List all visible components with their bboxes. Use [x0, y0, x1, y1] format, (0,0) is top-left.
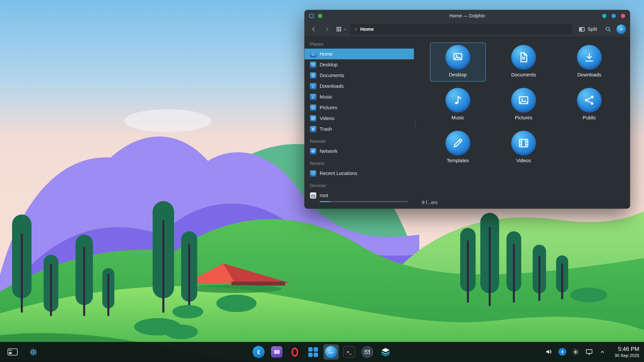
monitor-icon	[585, 348, 593, 356]
taskbar-expand-tray[interactable]	[597, 346, 607, 358]
kde-icon	[253, 346, 265, 358]
share-icon	[583, 94, 596, 107]
sidebar-item-trash[interactable]: Trash	[305, 124, 414, 134]
documents-icon	[517, 51, 530, 64]
folder-downloads[interactable]: Downloads	[561, 43, 617, 81]
breadcrumb[interactable]: Home	[351, 24, 572, 35]
music-icon	[311, 95, 315, 99]
split-view-icon	[578, 26, 585, 33]
videos-icon	[517, 137, 530, 149]
sidebar-section-places: Places	[305, 39, 414, 49]
taskbar-dolphin[interactable]	[323, 344, 339, 360]
sidebar-item-root[interactable]: root	[305, 190, 414, 201]
split-label: Split	[588, 26, 597, 32]
taskbar-system-settings[interactable]	[25, 344, 41, 360]
sidebar-item-network[interactable]: Network	[305, 146, 414, 157]
folder-public[interactable]: Public	[561, 85, 617, 124]
home-icon	[311, 52, 315, 56]
icons-view-icon	[335, 26, 342, 33]
folder-label: Public	[583, 115, 596, 120]
panel-splitter[interactable]	[414, 37, 417, 208]
sidebar-item-label: Desktop	[320, 62, 337, 67]
sidebar-item-recent-locations[interactable]: Recent Locations	[305, 168, 414, 179]
sidebar-item-pictures[interactable]: Pictures	[305, 102, 414, 113]
taskbar-app-grid[interactable]	[305, 344, 321, 360]
forward-button[interactable]	[322, 24, 332, 34]
window-minimize-button[interactable]	[602, 14, 606, 18]
folder-pictures[interactable]: Pictures	[496, 85, 551, 124]
taskbar-kmail[interactable]	[360, 344, 375, 360]
taskbar-brightness[interactable]	[571, 346, 581, 358]
folder-documents[interactable]: Documents	[496, 43, 551, 81]
music-icon	[451, 94, 464, 107]
status-text: 8 f...ers	[422, 200, 438, 205]
network-icon	[311, 149, 315, 154]
sidebar-item-home[interactable]: Home	[305, 49, 414, 59]
sidebar-section-remote: Remote	[305, 136, 414, 146]
folder-label: Documents	[511, 72, 536, 77]
window-restore-button[interactable]	[611, 14, 616, 18]
folder-desktop[interactable]: Desktop	[430, 43, 486, 81]
taskbar-bluetooth[interactable]	[557, 346, 567, 358]
sidebar-section-recent: Recent	[305, 159, 414, 168]
taskbar-purple-app[interactable]	[269, 344, 284, 360]
clock-time: 5:46 PM	[614, 346, 639, 353]
back-arrow-icon	[310, 26, 317, 33]
music-icon	[445, 88, 470, 113]
taskbar-display[interactable]	[584, 346, 594, 358]
forward-arrow-icon	[324, 26, 330, 33]
search-button[interactable]	[603, 24, 613, 34]
documents-icon	[310, 72, 316, 79]
network-icon	[310, 148, 316, 155]
hamburger-menu-icon	[619, 26, 624, 32]
titlebar[interactable]: Home — Dolphin	[305, 10, 630, 21]
folder-view: DesktopDocumentsDownloadsMusicPicturesPu…	[417, 37, 630, 208]
breadcrumb-home[interactable]: Home	[360, 26, 374, 32]
caret-up-icon	[599, 349, 605, 355]
sidebar-item-label: Downloads	[320, 83, 344, 89]
sidebar-item-label: Pictures	[320, 105, 337, 110]
disk-usage-bar	[320, 201, 408, 202]
sidebar-item-label: Documents	[320, 73, 344, 78]
desktop-icon	[451, 51, 464, 64]
pictures-icon	[517, 94, 530, 107]
view-mode-button[interactable]	[335, 26, 347, 33]
window-close-button[interactable]	[621, 14, 625, 18]
taskbar-stacks[interactable]	[378, 344, 393, 360]
sidebar-item-desktop[interactable]: Desktop	[305, 59, 414, 70]
split-button[interactable]: Split	[576, 24, 600, 34]
dolphin-icon	[325, 346, 337, 358]
recent-icon	[310, 170, 316, 177]
folder-videos[interactable]: Videos	[496, 128, 551, 167]
grid-icon	[308, 347, 318, 357]
folder-label: Templates	[447, 158, 469, 163]
taskbar-volume[interactable]	[544, 346, 554, 358]
back-button[interactable]	[309, 24, 319, 34]
menu-button[interactable]	[616, 24, 626, 34]
folder-label: Music	[451, 115, 464, 120]
sidebar-item-downloads[interactable]: Downloads	[305, 81, 414, 92]
sidebar-item-videos[interactable]: Videos	[305, 113, 414, 124]
statusbar: 8 f...ers	[417, 196, 630, 208]
recent-icon	[311, 171, 315, 176]
videos-icon	[310, 115, 316, 122]
sidebar-item-label: Trash	[320, 126, 332, 132]
mail-icon	[361, 346, 373, 358]
desktop-icon	[310, 62, 316, 68]
videos-icon	[311, 116, 315, 121]
taskbar-virtual-desktop-pager[interactable]	[5, 344, 20, 360]
clock[interactable]: 5:46 PM 30 Sep 2025	[614, 346, 639, 359]
terminal-icon: >_	[343, 346, 355, 358]
taskbar-kde-launcher[interactable]	[251, 344, 266, 360]
window-pin-button[interactable]	[309, 14, 314, 18]
taskbar-konsole[interactable]: >_	[341, 344, 357, 360]
downloads-icon	[310, 83, 316, 89]
folder-music[interactable]: Music	[430, 85, 486, 124]
sidebar-item-music[interactable]: Music	[305, 92, 414, 102]
downloads-icon	[311, 84, 315, 88]
folder-templates[interactable]: Templates	[430, 128, 486, 167]
sidebar-item-documents[interactable]: Documents	[305, 70, 414, 81]
taskbar-opera-browser[interactable]	[287, 344, 303, 360]
desktop-icon	[311, 63, 315, 67]
window-maximize-button[interactable]	[318, 14, 322, 18]
